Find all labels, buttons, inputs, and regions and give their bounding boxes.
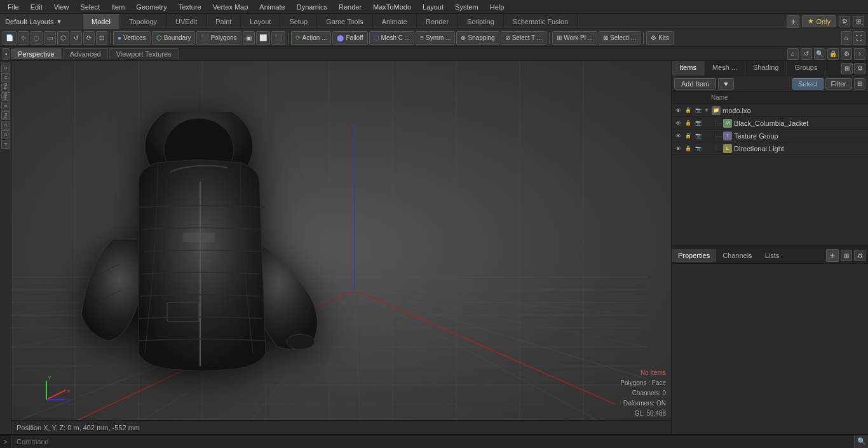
menu-layout[interactable]: Layout (417, 2, 449, 12)
vp-loop-icon[interactable]: ↺ (801, 48, 812, 60)
sidebar-item-c2[interactable]: C (1, 130, 10, 139)
new-scene-btn[interactable]: 📄 (3, 31, 17, 45)
polygons-btn[interactable]: ⬛ Polygons (196, 31, 241, 45)
menu-maxtomodo[interactable]: MaxToModo (368, 2, 416, 12)
work-plane-btn[interactable]: ⊞ Work Pl ... (552, 31, 597, 45)
expand-modolxo[interactable]: ▼ (703, 107, 710, 114)
vp-tab-advanced[interactable]: Advanced (63, 48, 108, 59)
render-icon-texture[interactable]: 📷 (693, 131, 703, 141)
tab-game-tools[interactable]: Game Tools (317, 14, 373, 29)
shading1-btn[interactable]: ⬜ (256, 31, 270, 45)
tab-topology[interactable]: Topology (120, 14, 166, 29)
falloff-btn[interactable]: ⬤ Falloff (332, 31, 367, 45)
item-row-texture-group[interactable]: 👁 🔒 📷 ├─ T Texture Group (672, 130, 868, 142)
item-row-light[interactable]: 👁 🔒 📷 └─ L Directional Light (672, 142, 868, 155)
selection-sets-btn[interactable]: ⊠ Selecti ... (599, 31, 641, 45)
vp-tab-perspective[interactable]: Perspective (11, 48, 61, 59)
tab-animate[interactable]: Animate (373, 14, 417, 29)
sidebar-item-1[interactable]: D (1, 64, 10, 72)
item-row-jacket[interactable]: 👁 🔒 📷 ├─ M Black_Columbia_Jacket (672, 117, 868, 130)
action-btn[interactable]: ⟳ Action ... (291, 31, 332, 45)
items-select-button[interactable]: Select (792, 78, 824, 90)
panel-tab-items[interactable]: Items (672, 61, 705, 76)
render-icon-light[interactable]: 📷 (693, 144, 703, 154)
rotate-mode-btn[interactable]: ⟳ (83, 31, 95, 45)
prop-tab-lists[interactable]: Lists (759, 249, 786, 262)
tab-uvedit[interactable]: UVEdit (166, 14, 207, 29)
vp-search-icon[interactable]: 🔍 (814, 48, 825, 60)
lock-icon-modolxo[interactable]: 🔒 (683, 105, 693, 116)
vp-home-icon[interactable]: ⌂ (787, 48, 799, 60)
lock-icon-light[interactable]: 🔒 (683, 144, 693, 154)
item-row-modolxo[interactable]: 👁 🔒 📷 ▼ 📁 modo.lxo (672, 104, 868, 117)
tab-schematic-fusion[interactable]: Schematic Fusion (504, 14, 578, 29)
add-layout-button[interactable]: + (787, 15, 799, 28)
sidebar-item-2[interactable]: U (1, 73, 10, 82)
add-item-dropdown[interactable]: ▼ (718, 78, 734, 90)
symmetry-btn[interactable]: ≡ Symm ... (416, 31, 455, 45)
items-list[interactable]: 👁 🔒 📷 ▼ 📁 modo.lxo 👁 🔒 📷 ├─ M Black_Colu… (672, 104, 868, 245)
panel-tab-groups[interactable]: Groups (787, 61, 825, 76)
prop-tab-properties[interactable]: Properties (672, 249, 716, 262)
tab-model[interactable]: Model (83, 14, 120, 29)
vp-chevron-icon[interactable]: › (854, 48, 865, 60)
menu-select[interactable]: Select (75, 2, 105, 12)
prop-tab-channels[interactable]: Channels (716, 249, 758, 262)
display-mode-btn[interactable]: ▣ (243, 31, 255, 45)
command-search-button[interactable]: 🔍 (854, 435, 868, 448)
eye-icon-light[interactable]: 👁 (673, 144, 683, 154)
vp-lock-icon[interactable]: 🔒 (827, 48, 839, 60)
lock-icon-jacket[interactable]: 🔒 (683, 118, 693, 128)
mesh-component-btn[interactable]: ⬡ Mesh C ... (369, 31, 415, 45)
menu-dynamics[interactable]: Dynamics (292, 2, 332, 12)
render-icon-jacket[interactable]: 📷 (693, 118, 703, 128)
render-icon-modolxo[interactable]: 📷 (693, 105, 703, 116)
add-item-button[interactable]: Add Item (674, 78, 716, 90)
circle-select-btn[interactable]: ◌ (31, 31, 43, 45)
command-input[interactable] (11, 435, 854, 448)
viewport-home-btn[interactable]: ⌂ (841, 31, 851, 45)
eye-icon-texture[interactable]: 👁 (673, 131, 683, 141)
move-btn[interactable]: ↺ (71, 31, 82, 45)
default-layouts-dropdown[interactable]: Default Layouts ▼ (0, 14, 83, 29)
tab-render[interactable]: Render (417, 14, 458, 29)
sidebar-item-f[interactable]: F (1, 140, 10, 149)
boundary-btn[interactable]: ⬡ Boundary (152, 31, 196, 45)
eye-icon-jacket[interactable]: 👁 (673, 118, 683, 128)
sidebar-item-pol[interactable]: Pol (1, 111, 10, 120)
lasso-select-btn[interactable]: ⬡ (57, 31, 69, 45)
lock-icon-texture[interactable]: 🔒 (683, 131, 693, 141)
sidebar-item-e[interactable]: E (1, 102, 10, 111)
kits-btn[interactable]: ⚙ Kits (646, 31, 674, 45)
sidebar-item-mes[interactable]: Mes (1, 92, 10, 101)
layout-maximize-icon[interactable]: ⊞ (853, 16, 864, 27)
viewport-full-btn[interactable]: ⛶ (853, 31, 865, 45)
eye-icon-modolxo[interactable]: 👁 (673, 105, 683, 116)
layout-settings-icon[interactable]: ⚙ (839, 16, 850, 27)
menu-texture[interactable]: Texture (173, 2, 207, 12)
tab-scripting[interactable]: Scripting (458, 14, 504, 29)
menu-file[interactable]: File (3, 2, 24, 12)
viewport-3d[interactable]: X Y Z No Items Polygons : Face Channels:… (11, 61, 671, 434)
tab-setup[interactable]: Setup (280, 14, 317, 29)
menu-animate[interactable]: Animate (254, 2, 290, 12)
snapping-btn[interactable]: ⊕ Snapping (456, 31, 499, 45)
panel-tab-mesh[interactable]: Mesh ... (705, 61, 745, 76)
scale-btn[interactable]: ⊡ (96, 31, 107, 45)
items-toolbar-icon[interactable]: ⊟ (854, 78, 865, 90)
vp-settings-icon[interactable]: ⚙ (841, 48, 852, 60)
star-only-button[interactable]: ★ Only (802, 15, 836, 27)
select-tool-btn[interactable]: ⊹ (18, 31, 29, 45)
menu-system[interactable]: System (450, 2, 484, 12)
prop-settings-icon[interactable]: ⚙ (854, 250, 865, 261)
menu-edit[interactable]: Edit (25, 2, 48, 12)
tab-layout[interactable]: Layout (241, 14, 280, 29)
menu-view[interactable]: View (49, 2, 74, 12)
sidebar-item-dup[interactable]: Dup (1, 83, 10, 92)
prop-add-button[interactable]: + (826, 249, 839, 262)
rect-select-btn[interactable]: ▭ (44, 31, 56, 45)
panel-settings-icon[interactable]: ⚙ (854, 63, 865, 74)
sidebar-item-c[interactable]: C (1, 121, 10, 130)
select-through-btn[interactable]: ⊘ Select T ... (501, 31, 546, 45)
menu-item[interactable]: Item (106, 2, 130, 12)
